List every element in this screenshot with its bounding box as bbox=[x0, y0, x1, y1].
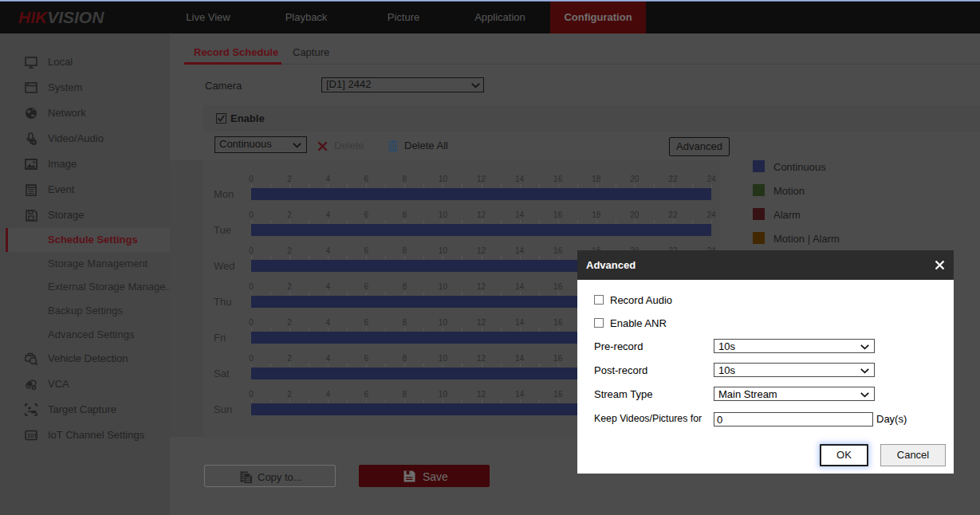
svg-text:IOT: IOT bbox=[27, 433, 37, 439]
